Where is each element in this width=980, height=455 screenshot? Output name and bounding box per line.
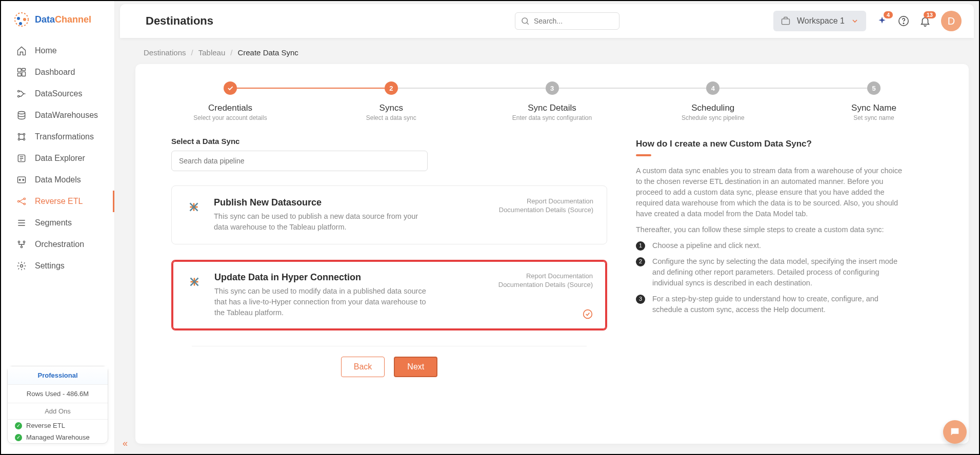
help-steps: 1Choose a pipeline and click next. 2Conf… xyxy=(636,240,903,315)
brand-logo[interactable]: DataChannel xyxy=(1,1,114,38)
step-bullet: 2 xyxy=(636,257,645,266)
sync-card-meta: Report Documentation Documentation Detai… xyxy=(499,197,593,215)
sync-doc-link[interactable]: Report Documentation xyxy=(498,272,593,280)
global-search[interactable] xyxy=(515,12,619,30)
svg-point-13 xyxy=(18,138,19,140)
svg-point-22 xyxy=(18,241,19,242)
workspace-name: Workspace 1 xyxy=(797,16,845,26)
sparkle-button[interactable]: 4 xyxy=(876,15,888,27)
stepper: Credentials Select your account details … xyxy=(171,81,933,121)
models-icon xyxy=(16,175,27,185)
step-number: 2 xyxy=(385,81,398,95)
plan-rows-used: Rows Used - 486.6M xyxy=(8,385,108,403)
svg-rect-4 xyxy=(18,69,22,72)
sidebar-item-label: Data Models xyxy=(35,175,81,184)
settings-icon xyxy=(16,261,27,271)
breadcrumb-link[interactable]: Destinations xyxy=(144,48,186,57)
explorer-icon xyxy=(16,153,27,163)
segments-icon xyxy=(16,218,27,228)
sidebar-item-home[interactable]: Home xyxy=(1,40,114,61)
sidebar-item-label: DataWarehouses xyxy=(35,111,98,120)
svg-point-11 xyxy=(18,133,19,135)
sidebar-item-label: Data Explorer xyxy=(35,154,85,163)
sidebar-item-dashboard[interactable]: Dashboard xyxy=(1,61,114,83)
step-number: 5 xyxy=(867,81,881,95)
svg-point-30 xyxy=(584,310,592,319)
sidebar-item-label: Settings xyxy=(35,261,65,271)
sync-card-title: Publish New Datasource xyxy=(214,197,488,208)
svg-rect-7 xyxy=(18,73,22,76)
briefcase-icon xyxy=(781,16,791,26)
workspace-selector[interactable]: Workspace 1 xyxy=(773,11,866,31)
back-button[interactable]: Back xyxy=(341,357,385,377)
sync-doc-link[interactable]: Documentation Details (Source) xyxy=(498,281,593,288)
help-step: 3For a step-by-step guide to understand … xyxy=(636,294,903,315)
datasources-icon xyxy=(16,89,27,99)
breadcrumb-current: Create Data Sync xyxy=(237,48,298,57)
svg-point-12 xyxy=(23,133,25,135)
sidebar-item-data-models[interactable]: Data Models xyxy=(1,169,114,191)
sync-card-meta: Report Documentation Documentation Detai… xyxy=(498,272,593,289)
app-root: DataChannel Home Dashboard DataSources D… xyxy=(1,1,979,454)
sync-card-publish-new-datasource[interactable]: Publish New Datasource This sync can be … xyxy=(171,185,607,244)
sparkle-badge: 4 xyxy=(884,11,893,18)
svg-point-18 xyxy=(23,179,24,181)
sidebar-item-label: Reverse ETL xyxy=(35,197,83,206)
help-title: How do I create a new Custom Data Sync? xyxy=(636,139,903,149)
breadcrumb-link[interactable]: Tableau xyxy=(198,48,226,57)
notifications-badge: 13 xyxy=(924,11,936,18)
sync-doc-link[interactable]: Documentation Details (Source) xyxy=(499,206,593,214)
sync-card-update-hyper[interactable]: Update Data in Hyper Connection This syn… xyxy=(171,260,607,330)
help-step: 2Configure the sync by selecting the dat… xyxy=(636,256,903,288)
step-bullet: 3 xyxy=(636,295,645,304)
help-paragraph: Thereafter, you can follow these simple … xyxy=(636,224,903,235)
sidebar-item-transformations[interactable]: Transformations xyxy=(1,126,114,148)
breadcrumb-separator: / xyxy=(191,48,193,57)
svg-point-21 xyxy=(24,203,25,204)
search-pipeline-input[interactable] xyxy=(171,151,428,171)
sidebar-collapse-button[interactable]: « xyxy=(123,438,128,449)
sidebar-item-orchestration[interactable]: Orchestration xyxy=(1,234,114,255)
sidebar-item-datawarehouses[interactable]: DataWarehouses xyxy=(1,105,114,126)
search-input[interactable] xyxy=(534,17,614,25)
step-title: Sync Name xyxy=(851,103,896,113)
sync-card-title: Update Data in Hyper Connection xyxy=(214,272,487,283)
step-number: 4 xyxy=(706,81,719,95)
sync-card-description: This sync can be used to publish a new d… xyxy=(214,211,429,233)
sidebar-item-settings[interactable]: Settings xyxy=(1,255,114,277)
orchestration-icon xyxy=(16,239,27,250)
sidebar-item-segments[interactable]: Segments xyxy=(1,212,114,234)
stepper-progress xyxy=(230,88,392,89)
sync-doc-link[interactable]: Report Documentation xyxy=(499,197,593,205)
step-subtitle: Set sync name xyxy=(853,114,894,121)
svg-point-14 xyxy=(23,138,25,140)
help-button[interactable] xyxy=(898,15,909,27)
step-subtitle: Schedule sync pipeline xyxy=(682,114,745,121)
notifications-button[interactable]: 13 xyxy=(919,15,931,27)
next-button[interactable]: Next xyxy=(394,357,437,377)
page-title: Destinations xyxy=(146,14,213,28)
topbar: Destinations Workspace 1 4 xyxy=(120,4,974,38)
section-label: Select a Data Sync xyxy=(171,137,607,146)
check-icon xyxy=(224,81,237,95)
svg-point-17 xyxy=(19,179,21,181)
main: Destinations Workspace 1 4 xyxy=(115,1,979,454)
step-title: Sync Details xyxy=(528,103,576,113)
plan-addons-heading: Add Ons xyxy=(8,403,108,420)
svg-point-19 xyxy=(18,200,19,202)
reverse-etl-icon xyxy=(16,196,27,206)
svg-rect-27 xyxy=(782,19,789,25)
sidebar-item-data-explorer[interactable]: Data Explorer xyxy=(1,148,114,169)
user-avatar[interactable]: D xyxy=(941,11,962,31)
step-title: Credentials xyxy=(208,103,252,113)
breadcrumb: Destinations / Tableau / Create Data Syn… xyxy=(115,38,979,64)
sidebar-item-label: Segments xyxy=(35,218,72,228)
svg-point-24 xyxy=(21,246,22,247)
chat-fab[interactable] xyxy=(943,420,967,444)
sidebar-item-datasources[interactable]: DataSources xyxy=(1,83,114,105)
step-subtitle: Select your account details xyxy=(193,114,267,121)
sync-card-description: This sync can be used to modify data in … xyxy=(214,286,430,318)
sidebar-item-reverse-etl[interactable]: Reverse ETL xyxy=(1,191,114,212)
sidebar-item-label: Home xyxy=(35,46,57,55)
svg-point-29 xyxy=(903,23,904,24)
